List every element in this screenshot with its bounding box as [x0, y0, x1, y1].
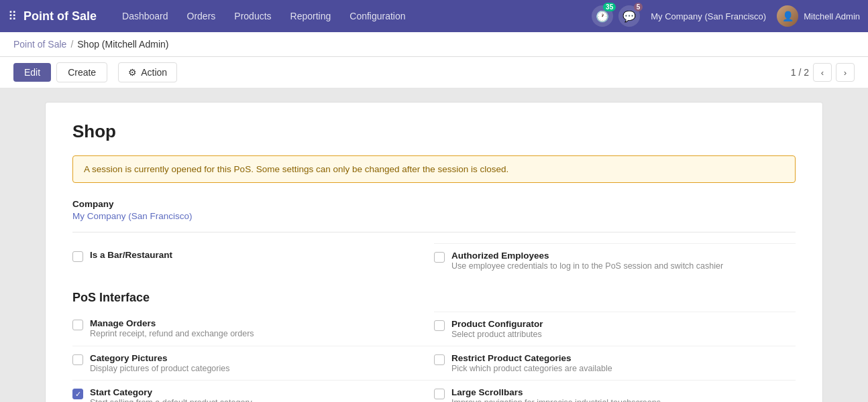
session-alert: A session is currently opened for this P…: [72, 155, 796, 183]
edit-button[interactable]: Edit: [13, 63, 51, 82]
menu-item-dashboard[interactable]: Dashboard: [113, 0, 178, 32]
product-configurator-row: Product Configurator Select product attr…: [434, 312, 796, 346]
category-pictures-label: Category Pictures: [90, 353, 229, 363]
clock-badge: 35: [603, 3, 616, 11]
app-title: Point of Sale: [23, 9, 97, 23]
message-icon: 💬: [622, 10, 636, 23]
authorized-employees-desc: Use employee credentials to log in to th…: [451, 261, 723, 271]
clock-button[interactable]: 🕐 35: [592, 5, 613, 27]
large-scrollbars-row: Large Scrollbars Improve navigation for …: [434, 380, 796, 402]
manage-orders-row: Manage Orders Reprint receipt, refund an…: [72, 312, 434, 346]
menu-item-products[interactable]: Products: [225, 0, 280, 32]
create-button[interactable]: Create: [56, 62, 107, 82]
main-menu: Dashboard Orders Products Reporting Conf…: [113, 0, 592, 32]
company-name: My Company (San Francisco): [651, 11, 766, 21]
manage-orders-desc: Reprint receipt, refund and exchange ord…: [90, 329, 254, 338]
action-bar: Edit Create Action 1 / 2 ‹ ›: [0, 57, 868, 88]
manage-orders-checkbox[interactable]: [72, 320, 83, 330]
category-pictures-row: Category Pictures Display pictures of pr…: [72, 346, 434, 380]
large-scrollbars-desc: Improve navigation for imprecise industr…: [451, 398, 661, 402]
topnav-right: 🕐 35 💬 5 My Company (San Francisco) 👤 Mi…: [592, 5, 860, 27]
username[interactable]: Mitchell Admin: [804, 11, 860, 21]
restrict-categories-label: Restrict Product Categories: [451, 353, 612, 363]
menu-item-configuration[interactable]: Configuration: [340, 0, 415, 32]
page-title: Shop: [72, 121, 796, 142]
pager: 1 / 2 ‹ ›: [791, 63, 855, 82]
pager-next-button[interactable]: ›: [836, 63, 855, 82]
restrict-categories-checkbox[interactable]: [434, 354, 445, 365]
page-card: Shop A session is currently opened for t…: [45, 102, 823, 402]
pager-prev-button[interactable]: ‹: [813, 63, 832, 82]
product-configurator-desc: Select product attributes: [451, 330, 543, 339]
company-field: Company My Company (San Francisco): [72, 199, 796, 221]
menu-item-orders[interactable]: Orders: [178, 0, 225, 32]
avatar[interactable]: 👤: [777, 5, 798, 27]
start-category-checkbox[interactable]: ✓: [72, 389, 83, 399]
authorized-employees-checkbox[interactable]: [434, 252, 445, 263]
category-pictures-checkbox[interactable]: [72, 354, 83, 365]
chevron-left-icon: ‹: [821, 68, 824, 78]
apps-icon[interactable]: ⠿: [8, 9, 17, 23]
authorized-employees-row: Authorized Employees Use employee creden…: [434, 243, 796, 277]
restrict-categories-row: Restrict Product Categories Pick which p…: [434, 346, 796, 380]
features-grid: Manage Orders Reprint receipt, refund an…: [72, 312, 796, 402]
chevron-right-icon: ›: [844, 68, 847, 78]
action-button[interactable]: Action: [118, 62, 177, 82]
messages-badge: 5: [634, 3, 643, 11]
start-category-row: ✓ Start Category Start selling from a de…: [72, 380, 434, 402]
pager-text: 1 / 2: [791, 67, 809, 78]
menu-item-reporting[interactable]: Reporting: [281, 0, 341, 32]
breadcrumb-parent[interactable]: Point of Sale: [13, 39, 66, 50]
gear-icon: [128, 67, 137, 78]
bar-restaurant-checkbox[interactable]: [72, 251, 83, 262]
page-background: Shop A session is currently opened for t…: [0, 88, 868, 402]
company-value[interactable]: My Company (San Francisco): [72, 211, 193, 221]
bar-restaurant-label: Is a Bar/Restaurant: [90, 250, 172, 260]
top-navigation: ⠿ Point of Sale Dashboard Orders Product…: [0, 0, 868, 32]
company-label: Company: [72, 199, 796, 209]
bar-restaurant-row: Is a Bar/Restaurant: [72, 243, 434, 277]
action-label: Action: [141, 67, 167, 78]
large-scrollbars-label: Large Scrollbars: [451, 387, 661, 397]
product-configurator-checkbox[interactable]: [434, 320, 445, 331]
large-scrollbars-checkbox[interactable]: [434, 389, 445, 399]
authorized-employees-label: Authorized Employees: [451, 251, 723, 261]
messages-button[interactable]: 💬 5: [618, 5, 640, 27]
restrict-categories-desc: Pick which product categories are availa…: [451, 364, 612, 373]
product-configurator-label: Product Configurator: [451, 319, 543, 329]
clock-icon: 🕐: [596, 10, 609, 23]
category-pictures-desc: Display pictures of product categories: [90, 364, 229, 373]
breadcrumb-separator: /: [70, 39, 73, 50]
breadcrumb-current: Shop (Mitchell Admin): [77, 39, 168, 50]
top-checkboxes: Is a Bar/Restaurant Authorized Employees…: [72, 243, 796, 277]
start-category-label: Start Category: [90, 387, 252, 397]
pos-interface-heading: PoS Interface: [72, 291, 796, 305]
manage-orders-label: Manage Orders: [90, 318, 254, 328]
start-category-desc: Start selling from a default product cat…: [90, 398, 252, 402]
breadcrumb: Point of Sale / Shop (Mitchell Admin): [0, 32, 868, 57]
